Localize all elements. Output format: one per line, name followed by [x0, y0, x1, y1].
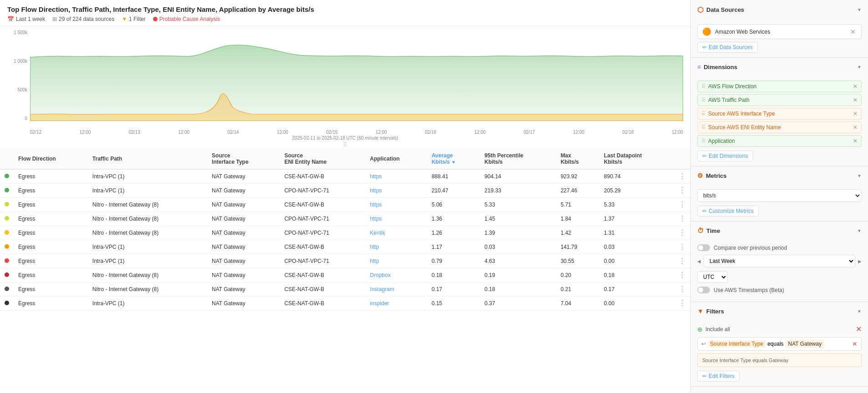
- remove-filter-rule[interactable]: ✕: [852, 340, 858, 348]
- remove-dimension-interface-type[interactable]: ✕: [853, 111, 858, 117]
- resize-handle[interactable]: ⠿: [0, 142, 690, 147]
- application-link[interactable]: inspider: [370, 300, 389, 307]
- metrics-header[interactable]: ⚙ Metrics ▼: [691, 166, 868, 185]
- col-traffic-path[interactable]: Traffic Path: [88, 149, 207, 169]
- drag-handle-flow-direction[interactable]: ⠿: [701, 83, 705, 90]
- filter-meta[interactable]: ▼ 1 Filter: [122, 16, 146, 22]
- time-header[interactable]: ⏱ Time ▼: [691, 222, 868, 240]
- remove-dimension-flow-direction[interactable]: ✕: [853, 83, 858, 90]
- row-menu-cell[interactable]: ⋮: [674, 198, 690, 212]
- p95-kbits-cell: 219.33: [480, 184, 556, 198]
- compare-toggle[interactable]: [697, 244, 710, 251]
- time-arrow-left[interactable]: ◀: [697, 259, 701, 264]
- metrics-select[interactable]: bits/s packets/s flows/s: [697, 189, 862, 202]
- application-cell[interactable]: http: [365, 240, 427, 254]
- filter-source-interface-type-tag[interactable]: Source Interface Type: [708, 340, 766, 348]
- customize-metrics-button[interactable]: ✏ Customize Metrics: [697, 206, 759, 217]
- row-menu-button[interactable]: ⋮: [679, 172, 686, 180]
- row-menu-cell[interactable]: ⋮: [674, 212, 690, 226]
- flow-direction-cell: Egress: [14, 169, 88, 184]
- edit-datasources-button[interactable]: ✏ Edit Data Sources: [697, 42, 758, 53]
- drag-handle-traffic-path[interactable]: ⠿: [701, 97, 705, 103]
- row-menu-cell[interactable]: ⋮: [674, 240, 690, 254]
- row-menu-cell[interactable]: ⋮: [674, 297, 690, 311]
- aws-timestamps-toggle[interactable]: [697, 287, 710, 293]
- application-link[interactable]: http: [370, 244, 379, 250]
- application-cell[interactable]: https: [365, 184, 427, 198]
- application-link[interactable]: Kentik: [370, 230, 385, 236]
- flow-direction-cell: Egress: [14, 282, 88, 297]
- remove-include-all[interactable]: ✕: [856, 325, 862, 333]
- compare-toggle-knob: [698, 245, 703, 250]
- row-menu-button[interactable]: ⋮: [679, 257, 686, 265]
- average-kbits-cell: 0.15: [427, 297, 480, 311]
- row-menu-button[interactable]: ⋮: [679, 285, 686, 293]
- row-menu-cell[interactable]: ⋮: [674, 268, 690, 282]
- row-menu-cell[interactable]: ⋮: [674, 184, 690, 198]
- col-source-eni[interactable]: SourceENI Entity Name: [280, 149, 365, 169]
- row-menu-cell[interactable]: ⋮: [674, 226, 690, 240]
- edit-dimensions-button[interactable]: ✏ Edit Dimensions: [697, 151, 753, 161]
- col-average-kbits[interactable]: AverageKbits/s ▼: [427, 149, 480, 169]
- application-cell[interactable]: inspider: [365, 297, 427, 311]
- application-cell[interactable]: http: [365, 254, 427, 268]
- filter-rule-arrow-icon: ↩: [701, 341, 706, 347]
- col-p95-kbits[interactable]: 95th PercentileKbits/s: [480, 149, 556, 169]
- remove-dimension-traffic-path[interactable]: ✕: [853, 97, 858, 103]
- row-menu-button[interactable]: ⋮: [679, 186, 686, 194]
- col-flow-direction[interactable]: Flow Direction: [14, 149, 88, 169]
- row-menu-button[interactable]: ⋮: [679, 229, 686, 237]
- drag-handle-application[interactable]: ⠿: [701, 138, 705, 144]
- application-cell[interactable]: https: [365, 169, 427, 184]
- edit-filters-button[interactable]: ✏ Edit Filters: [697, 371, 740, 382]
- application-link[interactable]: https: [370, 216, 382, 222]
- application-link[interactable]: https: [370, 187, 382, 194]
- drag-handle-eni-entity[interactable]: ⠿: [701, 124, 705, 131]
- chart-caption: 2025-02-11 to 2025-02-18 UTC (60 minute …: [7, 136, 683, 141]
- application-link[interactable]: http: [370, 258, 379, 264]
- col-source-interface-type[interactable]: SourceInterface Type: [207, 149, 280, 169]
- application-cell[interactable]: Dropbox: [365, 268, 427, 282]
- flow-direction-cell: Egress: [14, 240, 88, 254]
- max-kbits-cell: 30.55: [556, 254, 599, 268]
- time-period-select[interactable]: Last Week Last Day Last Month: [704, 255, 855, 267]
- col-max-kbits[interactable]: MaxKbits/s: [556, 149, 599, 169]
- row-menu-button[interactable]: ⋮: [679, 271, 686, 279]
- row-menu-button[interactable]: ⋮: [679, 215, 686, 222]
- time-arrow-right[interactable]: ▶: [858, 259, 862, 264]
- row-menu-button[interactable]: ⋮: [679, 299, 686, 307]
- timezone-select[interactable]: UTC Local: [697, 271, 728, 283]
- row-menu-cell[interactable]: ⋮: [674, 282, 690, 297]
- drag-handle-interface-type[interactable]: ⠿: [701, 111, 705, 117]
- application-link[interactable]: https: [370, 202, 382, 208]
- row-menu-button[interactable]: ⋮: [679, 243, 686, 251]
- col-last-dp[interactable]: Last DatapointKbits/s: [599, 149, 674, 169]
- remove-dimension-application[interactable]: ✕: [853, 138, 858, 144]
- application-cell[interactable]: https: [365, 198, 427, 212]
- filters-header[interactable]: ▼ Filters ▼: [691, 302, 868, 320]
- remove-dimension-eni-entity[interactable]: ✕: [853, 124, 858, 131]
- row-menu-cell[interactable]: ⋮: [674, 254, 690, 268]
- source-eni-entity-cell: CSE-NAT-GW-B: [280, 297, 365, 311]
- source-eni-entity-cell: CPO-NAT-VPC-71: [280, 254, 365, 268]
- time-body: Compare over previous period ◀ Last Week…: [691, 240, 868, 302]
- application-cell[interactable]: Instagram: [365, 282, 427, 297]
- dimension-item-flow-direction: ⠿ AWS Flow Direction ✕: [697, 81, 862, 92]
- max-kbits-cell: 7.04: [556, 297, 599, 311]
- metrics-section-icon: ⚙: [697, 172, 703, 179]
- application-cell[interactable]: Kentik: [365, 226, 427, 240]
- row-menu-cell[interactable]: ⋮: [674, 169, 690, 184]
- aws-timestamps-toggle-knob: [698, 287, 703, 292]
- data-sources-header[interactable]: ⬡ Data Sources ▼: [691, 0, 868, 20]
- pca-meta[interactable]: Probable Cause Analysis: [153, 16, 220, 22]
- row-menu-button[interactable]: ⋮: [679, 201, 686, 208]
- include-all-icon[interactable]: ⊕: [697, 326, 703, 333]
- application-link[interactable]: Dropbox: [370, 272, 390, 278]
- last-dp-cell: 205.29: [599, 184, 674, 198]
- dimensions-header[interactable]: ≡ Dimensions ▼: [691, 58, 868, 76]
- col-application[interactable]: Application: [365, 149, 427, 169]
- application-cell[interactable]: https: [365, 212, 427, 226]
- application-link[interactable]: https: [370, 173, 382, 180]
- remove-datasource-button[interactable]: ✕: [849, 28, 857, 35]
- application-link[interactable]: Instagram: [370, 286, 394, 292]
